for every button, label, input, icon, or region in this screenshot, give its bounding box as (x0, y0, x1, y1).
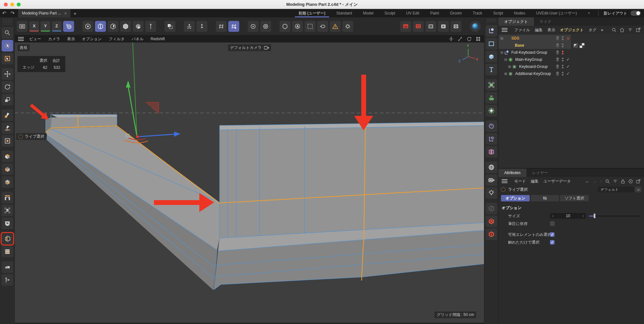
tolerant-checkbox[interactable]: ✓ (550, 240, 554, 245)
viewport-menu-display[interactable]: 表示 (63, 36, 78, 42)
deformer-object-button[interactable] (486, 120, 497, 132)
tree-row-sds[interactable]: ⊟ SDS × (498, 35, 644, 42)
loop-selection-tool[interactable] (2, 246, 13, 257)
viewport-canvas[interactable]: Y X Z 透視 デフォルトカメラ 選択合計 エッジ625 (15, 42, 484, 324)
modeling-settings-button[interactable] (279, 21, 290, 32)
size-stepper[interactable]: ‹ 10 › (550, 213, 586, 219)
tree-row-base[interactable]: Base (498, 42, 644, 49)
attr-lock-icon[interactable] (620, 179, 625, 184)
layout-tab-nodes[interactable]: Nodes (508, 9, 531, 17)
layer-icon[interactable] (556, 65, 560, 69)
instance-object-button[interactable] (486, 79, 497, 91)
snap-toggle-button[interactable] (196, 21, 207, 32)
tab-takes[interactable]: テイク (534, 17, 557, 26)
redshift-material-button[interactable] (486, 203, 497, 214)
tab-attributes[interactable]: Attributes (498, 169, 526, 177)
tree-label-base[interactable]: Base (515, 43, 524, 48)
move-gizmo[interactable] (124, 80, 180, 143)
view-label[interactable]: 透視 (17, 44, 30, 51)
visibility-dots[interactable] (562, 72, 564, 76)
layout-tab-script[interactable]: Script (488, 9, 509, 17)
disabled-icon[interactable]: × (566, 36, 570, 41)
spline-rectangle-button[interactable] (486, 38, 497, 50)
close-window-button[interactable] (4, 3, 8, 6)
pan-view-icon[interactable] (449, 36, 454, 42)
grid-button[interactable] (216, 21, 227, 32)
attr-popout-icon[interactable] (636, 179, 641, 184)
visibility-dots[interactable] (562, 43, 564, 47)
rotate-view-icon[interactable] (467, 36, 472, 42)
text-object-button[interactable] (486, 64, 497, 75)
document-tab[interactable]: Modeling Piano Part ... × (18, 9, 71, 17)
team-render-button[interactable] (438, 21, 449, 32)
layer-icon[interactable] (556, 36, 560, 40)
phong-tag-icon[interactable] (573, 43, 578, 48)
attr-up-icon[interactable]: ↑ (600, 179, 602, 184)
edges-mode-button[interactable] (95, 21, 106, 32)
tree-row-full-keyboard-group[interactable]: ⊟ Full-Keyboard Group (498, 49, 644, 56)
expand-icon[interactable]: ⊞ (507, 65, 512, 69)
section-tab-soft-selection[interactable]: ソフト選択 (560, 195, 589, 201)
viewport-menu-filter[interactable]: フィルタ (105, 36, 128, 42)
redshift-camera-button[interactable] (486, 228, 497, 240)
layout-tab-model[interactable]: Model (357, 9, 379, 17)
texture-mode-button[interactable] (133, 21, 144, 32)
om-home-icon[interactable] (620, 27, 625, 32)
quantize-button[interactable] (248, 21, 259, 32)
layout-tab-startup[interactable]: 初期 (ユーザー) (293, 9, 331, 17)
layout-tab-paint[interactable]: Paint (425, 9, 444, 17)
workplane-toggle-button[interactable] (165, 21, 175, 32)
viewport-menu-icon[interactable] (18, 37, 24, 41)
zoom-window-button[interactable] (17, 3, 21, 6)
interactive-render-button[interactable] (470, 21, 481, 32)
om-menu-file[interactable]: ファイル (514, 27, 530, 33)
render-settings-button[interactable] (450, 21, 461, 32)
minimize-window-button[interactable] (10, 3, 14, 6)
slider-handle[interactable] (594, 214, 595, 218)
layer-icon[interactable] (556, 72, 560, 76)
picture-viewer-button[interactable] (425, 21, 436, 32)
attr-forward-icon[interactable]: → (592, 179, 597, 184)
grid-snap-button[interactable] (228, 21, 239, 32)
attr-search-icon[interactable] (605, 179, 610, 184)
enabled-check-icon[interactable]: ✓ (566, 71, 570, 76)
viewport-menu-panel[interactable]: パネル (128, 36, 147, 42)
toggle-views-icon[interactable] (476, 36, 481, 42)
layout-tab-sculpt[interactable]: Sculpt (379, 9, 401, 17)
spline-pen-tool[interactable] (2, 109, 13, 121)
section-tab-axis[interactable]: 軸 (531, 195, 559, 201)
layout-tab-uvedit[interactable]: UV Edit (401, 9, 425, 17)
attr-back-icon[interactable]: ← (585, 179, 590, 184)
array-object-button[interactable] (486, 92, 497, 104)
palette-grip[interactable] (3, 19, 12, 24)
cube-object-button[interactable] (486, 51, 497, 62)
enabled-check-icon[interactable]: ✓ (566, 57, 570, 62)
attr-track-icon[interactable] (628, 179, 633, 184)
render-view-button[interactable] (400, 21, 411, 32)
viewport-menu-view[interactable]: ビュー (26, 36, 45, 42)
attr-menu-edit[interactable]: 編集 (531, 179, 539, 184)
undo-button[interactable]: ↶ (0, 9, 8, 17)
tree-row-keyboard-group[interactable]: ⊞ Keyboard-Group ✓ (498, 63, 644, 70)
tab-objects[interactable]: オブジェクト (498, 17, 534, 26)
pyramid-tool[interactable] (2, 176, 13, 188)
new-document-tab-button[interactable]: + (71, 9, 80, 17)
xpresso-button[interactable] (486, 133, 497, 145)
attr-filter-icon[interactable] (613, 179, 618, 184)
camera-object-button[interactable] (486, 174, 497, 186)
collapse-icon[interactable]: ⊟ (504, 58, 508, 62)
marquee-button[interactable] (305, 21, 316, 32)
viewport-menu-camera[interactable]: カメラ (45, 36, 64, 42)
pressure-checkbox[interactable] (550, 221, 554, 226)
annotation-button[interactable]: A (292, 21, 303, 32)
commander-search-button[interactable] (2, 27, 13, 39)
null-object-button[interactable] (486, 25, 497, 37)
camera-label[interactable]: デフォルトカメラ (228, 44, 271, 51)
add-layout-button[interactable]: + (582, 9, 596, 17)
lock-z-axis-button[interactable]: Z (52, 21, 62, 32)
rectangle-selection-tool[interactable] (2, 53, 13, 64)
om-menu-more-icon[interactable]: ▶ (601, 28, 603, 32)
size-value[interactable]: 10 (556, 214, 580, 218)
move-tool[interactable] (2, 68, 13, 80)
texture-tag-icon[interactable] (580, 43, 584, 48)
